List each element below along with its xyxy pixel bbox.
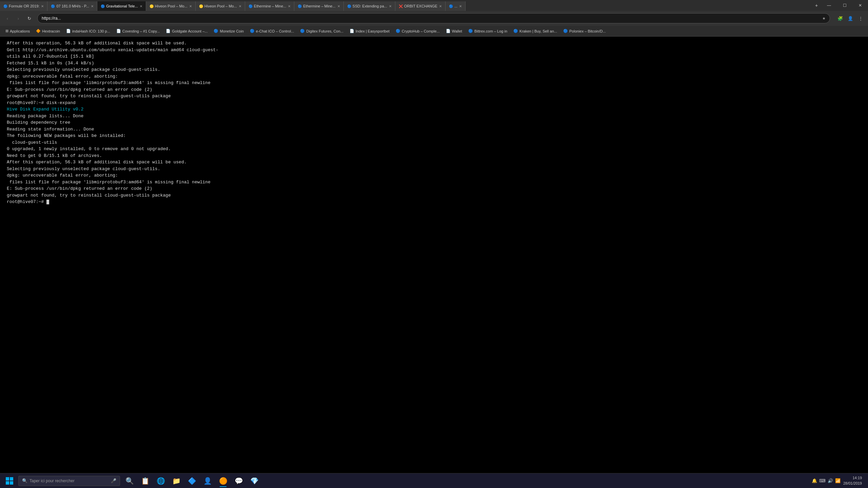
start-button[interactable] [3, 474, 16, 488]
taskbar-item-search[interactable]: 🔍 [122, 474, 137, 488]
tab-favicon: 🟡 [199, 4, 203, 8]
tab-close-icon[interactable]: ✕ [288, 4, 291, 8]
tab-close-icon[interactable]: ✕ [337, 4, 340, 8]
tab-label: Ethermine – Mine... [254, 4, 286, 8]
tab-favicon: 🔵 [101, 4, 105, 8]
tab-close-icon[interactable]: ✕ [439, 4, 442, 8]
bookmark-item-2[interactable]: 📄indaHash ICO: 130 p... [63, 28, 113, 34]
bookmark-item-13[interactable]: 🔵Poloniex – Bitcoin/D... [560, 28, 609, 34]
bookmark-label: Kraken | Buy, Sell an... [519, 29, 557, 33]
edge-icon: 🌐 [157, 477, 165, 485]
menu-icon[interactable]: ⋮ [856, 14, 865, 23]
taskbar-item-chrome[interactable]: 🟠 [216, 474, 231, 488]
bookmark-icon: 📄 [66, 29, 71, 33]
terminal-line-16: 0 upgraded, 1 newly installed, 0 to remo… [7, 146, 861, 152]
bookmark-label: Poloniex – Bitcoin/D... [569, 29, 606, 33]
bookmark-item-0[interactable]: ⊞Applications [3, 28, 33, 34]
taskbar-item-discord[interactable]: 💬 [231, 474, 246, 488]
search-placeholder: Taper ici pour rechercher [29, 479, 75, 483]
app6-icon: 💎 [250, 477, 259, 485]
search-icon: 🔍 [22, 478, 27, 483]
bookmark-item-4[interactable]: 📄Goldgate Account –... [163, 28, 210, 34]
bookmark-item-6[interactable]: 🔵e-Chat ICO – Control... [247, 28, 297, 34]
tab-close-icon[interactable]: ✕ [91, 4, 94, 8]
tab-tab1[interactable]: 🔵Formule OR 2019:✕ [0, 1, 47, 11]
tab-close-icon[interactable]: ✕ [189, 4, 192, 8]
profile-icon[interactable]: 👤 [846, 14, 855, 23]
back-button[interactable]: ‹ [3, 14, 12, 23]
bookmark-icon: 🔵 [250, 29, 255, 33]
bookmark-icon: 📄 [166, 29, 171, 33]
keyboard-icon[interactable]: ⌨ [819, 478, 826, 483]
tab-close-icon[interactable]: ✕ [140, 4, 142, 8]
new-tab-button[interactable]: + [812, 1, 821, 10]
tab-tab8[interactable]: 🔵SSD: Extending pa...✕ [344, 1, 395, 11]
extensions-icon[interactable]: 🧩 [835, 14, 845, 23]
tab-tab4[interactable]: 🟡Hiveon Pool – Mo...✕ [146, 1, 196, 11]
taskbar-item-edge-chromium[interactable]: 🔷 [184, 474, 199, 488]
bookmark-item-7[interactable]: 🔵Digitex Futures, Con... [297, 28, 346, 34]
tab-favicon: 🔵 [3, 4, 7, 8]
taskbar-clock: 14:19 28/01/2019 [843, 475, 862, 486]
tab-close-icon[interactable]: ✕ [41, 4, 44, 8]
address-bar[interactable]: https://ra... ★ [37, 13, 830, 23]
bookmark-star-icon[interactable]: ★ [822, 16, 826, 21]
tab-tab6[interactable]: 🔵Ethermine – Mine...✕ [245, 1, 294, 11]
terminal-line-23: growpart not found, try to reinstall clo… [7, 192, 861, 199]
tab-close-icon[interactable]: ✕ [459, 4, 462, 8]
clock-date: 28/01/2019 [843, 481, 862, 486]
network-icon[interactable]: 📶 [835, 478, 841, 483]
terminal-cyan-text: Hive Disk Expand Utility v0.2 [7, 107, 83, 112]
mic-icon: 🎤 [111, 478, 116, 483]
bookmark-item-11[interactable]: 🔵Bittrex.com – Log in [466, 28, 510, 34]
tab-close-icon[interactable]: ✕ [389, 4, 392, 8]
bookmark-item-8[interactable]: 📄Index | Easysportbet [347, 28, 392, 34]
tab-tab3[interactable]: 🔵Gravitational Tele...✕ [97, 1, 146, 11]
volume-icon[interactable]: 🔊 [828, 478, 833, 483]
bookmark-icon: 📄 [446, 29, 451, 33]
bookmark-item-9[interactable]: 🔵CryptoHub – Comple... [393, 28, 442, 34]
tab-label: SSD: Extending pa... [353, 4, 387, 8]
taskbar-item-app6[interactable]: 💎 [247, 474, 262, 488]
tab-tab10[interactable]: 🔵...✕ [446, 1, 466, 11]
terminal-line-19: Selecting previously unselected package … [7, 166, 861, 172]
tab-close-icon[interactable]: ✕ [239, 4, 241, 8]
terminal-line-18: After this operation, 56.3 kB of additio… [7, 159, 861, 166]
bookmark-item-5[interactable]: 🔵Monetize Coin [211, 28, 246, 34]
bookmark-label: Bittrex.com – Log in [474, 29, 507, 33]
taskbar-items: 🔍📋🌐📁🔷👤🟠💬💎 [122, 474, 812, 488]
terminal-line-7: E: Sub-process /usr/bin/dpkg returned an… [7, 86, 861, 93]
bookmark-icon: 🔶 [36, 29, 41, 33]
taskbar-item-people[interactable]: 👤 [200, 474, 215, 488]
tab-tab5[interactable]: 🟡Hiveon Pool – Mo...✕ [196, 1, 245, 11]
taskbar-right: 🔔 ⌨ 🔊 📶 14:19 28/01/2019 [812, 475, 865, 486]
tab-label: Ethermine – Mine... [303, 4, 335, 8]
close-button[interactable]: ✕ [852, 0, 868, 11]
task-view-icon: 📋 [141, 477, 150, 485]
bookmark-icon: 🔵 [300, 29, 305, 33]
tab-tab7[interactable]: 🔵Ethermine – Mine...✕ [294, 1, 343, 11]
bookmarks-bar: ⊞Applications🔶Hextracoin📄indaHash ICO: 1… [0, 26, 868, 37]
terminal-line-0: After this operation, 56.3 kB of additio… [7, 40, 861, 47]
tab-tab9[interactable]: ❌ORBIT EXCHANGE✕ [395, 1, 446, 11]
forward-button[interactable]: › [14, 14, 23, 23]
minimize-button[interactable]: — [821, 0, 837, 11]
toolbar-icons: 🧩 👤 ⋮ [835, 14, 865, 23]
bookmark-item-10[interactable]: 📄Wallet [443, 28, 465, 34]
taskbar-item-file-explorer[interactable]: 📁 [169, 474, 184, 488]
bookmark-icon: 🔵 [513, 29, 518, 33]
taskbar-item-task-view[interactable]: 📋 [138, 474, 153, 488]
tab-label: Hiveon Pool – Mo... [204, 4, 237, 8]
taskbar-search[interactable]: 🔍 Taper ici pour rechercher 🎤 [18, 476, 120, 486]
bookmark-item-3[interactable]: 📄Covesting – #1 Copy... [114, 28, 162, 34]
bookmark-item-12[interactable]: 🔵Kraken | Buy, Sell an... [511, 28, 560, 34]
maximize-button[interactable]: ☐ [837, 0, 852, 11]
notifications-icon[interactable]: 🔔 [812, 478, 817, 483]
reload-button[interactable]: ↻ [24, 14, 34, 23]
tab-tab2[interactable]: 🔵07 181.0 MH/s - P...✕ [47, 1, 97, 11]
bookmark-item-1[interactable]: 🔶Hextracoin [33, 28, 63, 34]
tab-label: 07 181.0 MH/s - P... [56, 4, 89, 8]
terminal-line-15: cloud-guest-utils [7, 139, 861, 146]
terminal-line-13: Reading state information... Done [7, 126, 861, 133]
taskbar-item-edge[interactable]: 🌐 [153, 474, 168, 488]
